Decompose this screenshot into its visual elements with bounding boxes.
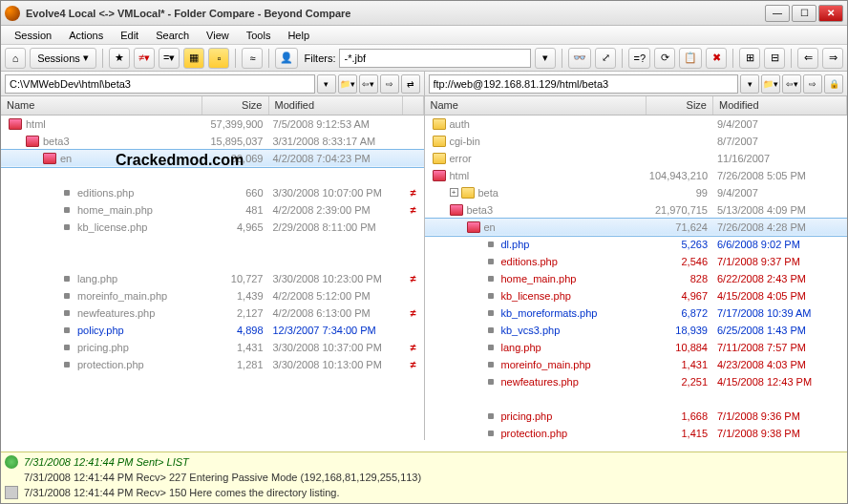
- col-modified[interactable]: Modified: [269, 96, 403, 115]
- filter-dropdown-icon[interactable]: ▾: [535, 48, 556, 69]
- file-row[interactable]: home_main.php4814/2/2008 2:39:00 PM≠: [1, 201, 424, 219]
- next-diff-icon[interactable]: ⇒: [822, 48, 843, 69]
- right-browse-icon[interactable]: 📁▾: [761, 74, 780, 94]
- size-cell: 1,431: [202, 342, 269, 353]
- menu-tools[interactable]: Tools: [239, 28, 279, 43]
- file-row[interactable]: editions.php6603/30/2008 10:07:00 PM≠: [1, 184, 424, 201]
- size-cell: 1,415: [647, 428, 713, 439]
- sync-icon[interactable]: ⟳: [654, 48, 675, 69]
- file-row[interactable]: pricing.php1,6687/1/2008 9:36 PM: [425, 408, 848, 425]
- file-row[interactable]: newfeatures.php2,1274/2/2008 6:13:00 PM≠: [1, 304, 424, 322]
- col-name[interactable]: Name: [425, 96, 647, 115]
- left-history-icon[interactable]: ▾: [317, 74, 336, 94]
- file-row[interactable]: moreinfo_main.php1,4314/23/2008 4:03 PM: [425, 356, 848, 373]
- col-name[interactable]: Name: [1, 96, 202, 115]
- file-icon: [488, 379, 494, 385]
- all-icon[interactable]: ★: [109, 48, 130, 69]
- expand-all-icon[interactable]: ⊞: [739, 48, 760, 69]
- left-back-icon[interactable]: ⇦▾: [359, 74, 378, 94]
- structure-icon[interactable]: ▦: [183, 48, 204, 69]
- spacer-row: [425, 390, 848, 408]
- size-cell: 10,727: [202, 273, 269, 284]
- file-row[interactable]: kb_license.php4,9674/15/2008 4:05 PM: [425, 287, 848, 304]
- file-row[interactable]: kb_moreformats.php6,8727/17/2008 10:39 A…: [425, 304, 848, 322]
- modified-cell: 7/5/2008 9:12:53 AM: [269, 118, 403, 130]
- rules-icon[interactable]: 👤: [275, 48, 298, 69]
- folder-row[interactable]: html57,399,9007/5/2008 9:12:53 AM: [1, 116, 424, 133]
- right-path-input[interactable]: [429, 74, 739, 94]
- file-row[interactable]: pricing.php1,4313/30/2008 10:37:00 PM≠: [1, 339, 424, 356]
- file-row[interactable]: editions.php2,5467/1/2008 9:37 PM: [425, 253, 848, 270]
- collapse-all-icon[interactable]: ⊟: [764, 48, 785, 69]
- folder-row[interactable]: en39,0694/2/2008 7:04:23 PM: [1, 150, 424, 167]
- item-label: lang.php: [77, 273, 117, 284]
- folder-icon: [433, 136, 446, 147]
- same-filter-icon[interactable]: =▾: [159, 48, 180, 69]
- prev-diff-icon[interactable]: ⇐: [797, 48, 818, 69]
- menu-edit[interactable]: Edit: [113, 28, 146, 43]
- file-row[interactable]: newfeatures.php2,2514/15/2008 12:43 PM: [425, 373, 848, 390]
- minor-icon[interactable]: ▫: [208, 48, 229, 69]
- menu-search[interactable]: Search: [148, 28, 197, 43]
- col-diff: [403, 96, 424, 115]
- expand-icon[interactable]: ⤢: [595, 48, 616, 69]
- file-row[interactable]: kb_license.php4,9652/29/2008 8:11:00 PM: [1, 219, 424, 236]
- col-size[interactable]: Size: [647, 96, 713, 115]
- folder-row[interactable]: en71,6247/26/2008 4:28 PM: [425, 219, 848, 236]
- swap-icon[interactable]: ≈: [242, 48, 263, 69]
- compare-equal-icon[interactable]: =?: [628, 48, 650, 69]
- modified-cell: 4/15/2008 4:05 PM: [713, 290, 847, 302]
- file-row[interactable]: policy.php4,89812/3/2007 7:34:00 PM: [1, 322, 424, 339]
- sessions-dropdown[interactable]: Sessions ▾: [30, 48, 96, 69]
- file-icon: [64, 362, 70, 368]
- file-row[interactable]: lang.php10,8847/11/2008 7:57 PM: [425, 339, 848, 356]
- folder-row[interactable]: html104,943,2107/26/2008 5:05 PM: [425, 167, 848, 184]
- right-history-icon[interactable]: ▾: [740, 74, 759, 94]
- folder-row[interactable]: beta321,970,7155/13/2008 4:09 PM: [425, 201, 848, 219]
- maximize-button[interactable]: ☐: [792, 5, 816, 22]
- menu-actions[interactable]: Actions: [61, 28, 111, 43]
- filters-input[interactable]: [339, 49, 531, 68]
- delete-icon[interactable]: ✖: [706, 48, 727, 69]
- file-row[interactable]: lang.php10,7273/30/2008 10:23:00 PM≠: [1, 270, 424, 287]
- col-size[interactable]: Size: [202, 96, 269, 115]
- file-row[interactable]: dl.php5,2636/6/2008 9:02 PM: [425, 236, 848, 253]
- menu-session[interactable]: Session: [7, 28, 59, 43]
- right-fwd-icon[interactable]: ⇨: [803, 74, 822, 94]
- right-tree[interactable]: auth9/4/2007cgi-bin8/7/2007error11/16/20…: [425, 116, 848, 440]
- folder-row[interactable]: beta315,895,0373/31/2008 8:33:17 AM: [1, 133, 424, 150]
- right-lock-icon[interactable]: 🔒: [824, 74, 843, 94]
- left-swap-icon[interactable]: ⇄: [401, 74, 420, 94]
- folder-row[interactable]: auth9/4/2007: [425, 116, 848, 133]
- close-button[interactable]: ✕: [818, 5, 843, 22]
- size-cell: 4,967: [647, 290, 713, 302]
- left-path-input[interactable]: [5, 74, 315, 94]
- left-fwd-icon[interactable]: ⇨: [380, 74, 399, 94]
- file-row[interactable]: protection.php1,4157/1/2008 9:38 PM: [425, 425, 848, 440]
- menu-help[interactable]: Help: [280, 28, 317, 43]
- diff-indicator: ≠: [403, 204, 424, 216]
- folder-row[interactable]: cgi-bin8/7/2007: [425, 133, 848, 150]
- modified-cell: 7/26/2008 5:05 PM: [713, 170, 847, 181]
- left-tree[interactable]: html57,399,9007/5/2008 9:12:53 AMbeta315…: [1, 116, 424, 440]
- minimize-button[interactable]: —: [765, 5, 790, 22]
- peek-icon[interactable]: 👓: [568, 48, 591, 69]
- file-row[interactable]: moreinfo_main.php1,4394/2/2008 5:12:00 P…: [1, 287, 424, 304]
- file-row[interactable]: protection.php1,2813/30/2008 10:13:00 PM…: [1, 356, 424, 373]
- folder-row[interactable]: +beta999/4/2007: [425, 184, 848, 201]
- col-modified[interactable]: Modified: [713, 96, 847, 115]
- file-icon: [488, 413, 494, 419]
- left-browse-icon[interactable]: 📁▾: [338, 74, 357, 94]
- modified-cell: 3/31/2008 8:33:17 AM: [269, 136, 403, 147]
- copy-icon[interactable]: 📋: [679, 48, 702, 69]
- right-path-cell: ▾ 📁▾ ⇦▾ ⇨ 🔒: [425, 72, 848, 95]
- folder-row[interactable]: error11/16/2007: [425, 150, 848, 167]
- file-row[interactable]: home_main.php8286/22/2008 2:43 PM: [425, 270, 848, 287]
- file-row[interactable]: kb_vcs3.php18,9396/25/2008 1:43 PM: [425, 322, 848, 339]
- file-icon: [64, 224, 70, 230]
- diff-indicator: ≠: [403, 307, 424, 319]
- home-icon[interactable]: ⌂: [5, 48, 26, 69]
- diff-filter-icon[interactable]: ≠▾: [134, 48, 155, 69]
- right-back-icon[interactable]: ⇦▾: [782, 74, 801, 94]
- menu-view[interactable]: View: [199, 28, 237, 43]
